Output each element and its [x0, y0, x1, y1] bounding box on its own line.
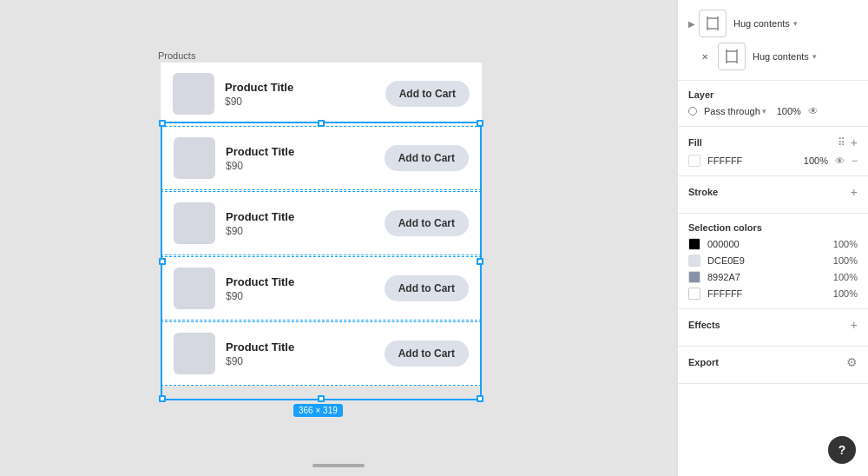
product-info: Product Title $90	[226, 210, 374, 237]
effects-title: Effects	[688, 320, 720, 330]
selected-product-row[interactable]: Product Title $90 Add to Cart	[161, 126, 482, 190]
hug-row-bottom: ✕ Hug contents ▾	[688, 40, 858, 73]
color-hex: FFFFFF	[707, 288, 826, 299]
effects-add-button[interactable]: +	[851, 318, 858, 332]
layer-header: Layer	[688, 89, 858, 100]
product-info: Product Title $90	[226, 340, 374, 367]
product-price: $90	[226, 160, 374, 172]
product-image	[174, 268, 215, 309]
stroke-add-button[interactable]: +	[851, 185, 858, 199]
product-title: Product Title	[226, 145, 374, 158]
product-image	[174, 333, 215, 374]
color-swatch[interactable]	[688, 288, 700, 300]
opacity-value[interactable]: 100%	[773, 106, 801, 116]
visibility-icon[interactable]: 👁	[808, 105, 819, 117]
fill-header: Fill ⠿ +	[688, 136, 858, 149]
frame-label: Products	[158, 50, 195, 61]
right-panel: ▶ Hug contents ▾ ✕	[677, 0, 868, 476]
fill-add-button[interactable]: +	[851, 136, 858, 149]
selected-product-row[interactable]: Product Title $90 Add to Cart	[161, 256, 482, 321]
color-swatch[interactable]	[688, 271, 700, 283]
resize-handle-bm[interactable]	[318, 395, 325, 402]
canvas-scrollbar[interactable]	[312, 464, 365, 467]
product-row[interactable]: Product Title $90 Add to Cart	[161, 192, 481, 255]
layer-row: Pass through ▾ 100% 👁	[688, 105, 858, 117]
color-opacity: 100%	[833, 239, 858, 249]
color-swatch[interactable]	[688, 238, 700, 250]
color-opacity: 100%	[833, 272, 858, 282]
add-to-cart-button[interactable]: Add to Cart	[385, 210, 469, 236]
stroke-section: Stroke +	[678, 176, 868, 214]
selection-size-label: 366 × 319	[293, 404, 343, 417]
product-title: Product Title	[226, 340, 374, 354]
selection-colors-title: Selection colors	[688, 222, 762, 233]
fill-color-swatch[interactable]	[688, 155, 700, 167]
product-image	[174, 137, 215, 179]
export-settings-icon[interactable]: ⚙	[846, 355, 858, 369]
add-to-cart-button[interactable]: Add to Cart	[385, 145, 469, 171]
hug-top-label: Hug contents	[733, 18, 790, 29]
chevron-down-icon[interactable]: ▾	[793, 19, 798, 28]
chevron-down-icon-2[interactable]: ▾	[812, 52, 817, 61]
export-header: Export ⚙	[688, 355, 858, 369]
color-opacity: 100%	[833, 255, 858, 266]
stroke-header: Stroke +	[688, 185, 858, 199]
canvas-area: Products Product Title $90 Add to Cart P…	[0, 0, 677, 476]
add-to-cart-button[interactable]: Add to Cart	[385, 81, 470, 107]
frame-icon-2	[724, 49, 740, 64]
color-item: DCE0E9 100%	[688, 255, 858, 267]
selected-product-row[interactable]: Product Title $90 Add to Cart	[161, 321, 482, 386]
product-row[interactable]: Product Title $90 Add to Cart	[161, 127, 481, 189]
hug-bottom-label: Hug contents	[753, 51, 809, 62]
selected-product-row[interactable]: Product Title $90 Add to Cart	[161, 191, 482, 255]
effects-header: Effects +	[688, 318, 858, 332]
product-price: $90	[226, 355, 374, 367]
effects-section: Effects +	[678, 309, 868, 347]
color-hex: 8992A7	[707, 272, 826, 282]
product-image	[173, 73, 214, 115]
color-item: 8992A7 100%	[688, 271, 858, 283]
product-row[interactable]: Product Title $90 Add to Cart	[161, 322, 481, 385]
help-button[interactable]: ?	[828, 436, 856, 464]
product-row[interactable]: Product Title $90 Add to Cart	[161, 63, 482, 126]
fill-visibility-icon[interactable]: 👁	[835, 155, 845, 166]
color-opacity: 100%	[833, 288, 858, 299]
frame-icon	[705, 16, 720, 31]
arrow-right-icon: ▶	[688, 19, 695, 29]
stroke-title: Stroke	[688, 187, 718, 197]
color-swatch[interactable]	[688, 255, 700, 267]
fill-section: Fill ⠿ + FFFFFF 100% 👁 −	[678, 127, 868, 176]
resize-handle-bl[interactable]	[159, 395, 166, 402]
selection-colors-section: Selection colors 000000 100% DCE0E9 100%…	[678, 214, 868, 309]
fill-title: Fill	[688, 137, 702, 148]
hug-section: ▶ Hug contents ▾ ✕	[678, 0, 868, 81]
product-row[interactable]: Product Title $90 Add to Cart	[161, 257, 481, 320]
color-hex: DCE0E9	[707, 255, 826, 266]
frame-icon-box[interactable]	[699, 10, 727, 37]
blend-mode-icon	[688, 107, 697, 116]
x-close-icon[interactable]: ✕	[699, 50, 711, 63]
fill-opacity[interactable]: 100%	[800, 155, 828, 166]
fill-hex-value[interactable]: FFFFFF	[707, 155, 793, 166]
layer-title: Layer	[688, 89, 713, 100]
export-section: Export ⚙	[678, 347, 868, 384]
product-info: Product Title $90	[226, 145, 374, 172]
product-price: $90	[225, 96, 375, 108]
color-item: 000000 100%	[688, 238, 858, 250]
fill-row: FFFFFF 100% 👁 −	[688, 155, 858, 167]
fill-remove-button[interactable]: −	[852, 155, 858, 166]
fill-options-icon[interactable]: ⠿	[838, 136, 845, 149]
product-info: Product Title $90	[225, 81, 375, 108]
product-price: $90	[226, 225, 374, 237]
blend-mode-select[interactable]: Pass through ▾	[704, 106, 766, 116]
resize-handle-br[interactable]	[477, 395, 483, 402]
export-title: Export	[688, 357, 719, 367]
frame-icon-box-2[interactable]	[718, 43, 746, 70]
selection-colors-header: Selection colors	[688, 222, 858, 233]
svg-rect-0	[707, 18, 718, 29]
product-title: Product Title	[226, 210, 374, 223]
product-image	[174, 202, 215, 244]
add-to-cart-button[interactable]: Add to Cart	[385, 275, 469, 301]
color-hex: 000000	[707, 239, 826, 249]
add-to-cart-button[interactable]: Add to Cart	[385, 340, 469, 367]
